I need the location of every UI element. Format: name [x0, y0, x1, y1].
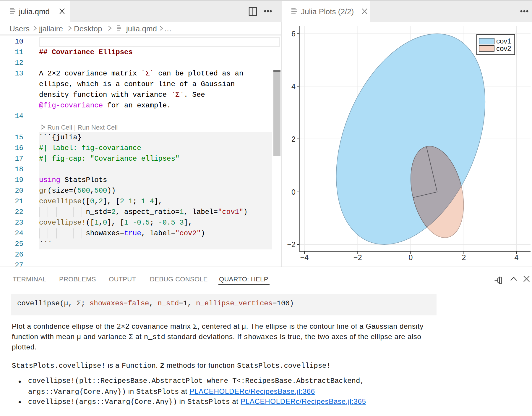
svg-text:−2: −2: [353, 253, 362, 262]
svg-text:0: 0: [291, 188, 296, 196]
svg-text:cov2: cov2: [496, 44, 511, 52]
svg-text:2: 2: [291, 135, 296, 143]
svg-text:4: 4: [514, 253, 518, 262]
svg-text:2: 2: [462, 253, 466, 262]
svg-text:cov1: cov1: [496, 37, 511, 45]
svg-text:0: 0: [409, 253, 413, 262]
svg-text:6: 6: [291, 30, 296, 38]
svg-text:−2: −2: [287, 240, 296, 249]
svg-text:4: 4: [291, 82, 296, 91]
svg-text:−4: −4: [300, 253, 309, 262]
